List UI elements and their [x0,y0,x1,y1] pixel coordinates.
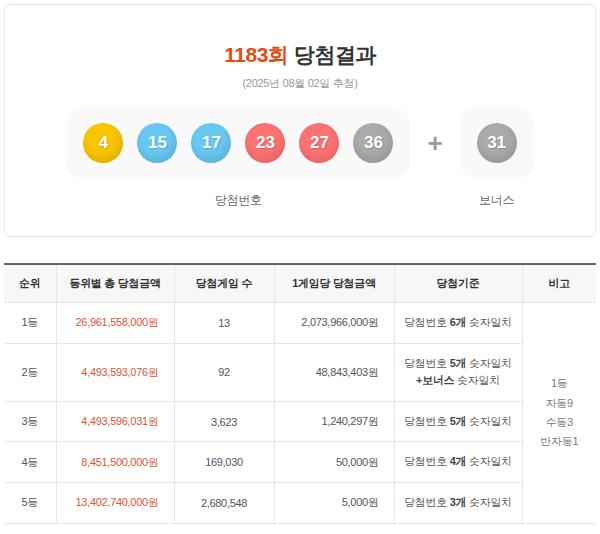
winner-count-cell: 169,030 [174,442,274,483]
draw-date: (2025년 08월 02일 추첨) [5,76,595,91]
prize-per-game-cell: 48,843,403원 [274,343,394,401]
table-header-row: 순위 등위별 총 당첨금액 당첨게임 수 1게임당 당첨금액 당첨기준 비고 [4,264,596,303]
col-header-criteria: 당첨기준 [394,264,522,303]
table-row-4등: 4등8,451,500,000원169,03050,000원당첨번호 4개 숫자… [4,442,596,483]
bonus-label: 보너스 [479,192,514,209]
table-row-1등: 1등26,961,558,000원132,073,966,000원당첨번호 6개… [4,303,596,344]
rank-cell: 2등 [4,343,56,401]
results-table-body: 1등26,961,558,000원132,073,966,000원당첨번호 6개… [4,303,596,524]
rank-cell: 1등 [4,303,56,344]
winner-count-cell: 2,680,548 [174,482,274,523]
lotto-ball-31: 31 [477,123,517,163]
bonus-ball-group: 31 보너스 [460,107,534,209]
title-suffix: 당첨결과 [288,43,375,66]
col-header-total-prize: 등위별 총 당첨금액 [56,264,174,303]
remark-cell: 1등자동9수동3반자동1 [522,303,596,524]
lotto-ball-23: 23 [245,123,285,163]
results-table: 순위 등위별 총 당첨금액 당첨게임 수 1게임당 당첨금액 당첨기준 비고 1… [4,263,596,524]
winner-count-cell: 92 [174,343,274,401]
criteria-cell: 당첨번호 4개 숫자일치 [394,442,522,483]
winning-balls-group: 41517232736 당첨번호 [66,107,410,209]
table-row-3등: 3등4,493,596,031원3,6231,240,297원당첨번호 5개 숫… [4,401,596,442]
col-header-rank: 순위 [4,264,56,303]
table-row-5등: 5등13,402,740,000원2,680,5485,000원당첨번호 3개 … [4,482,596,523]
criteria-cell: 당첨번호 5개 숫자일치 [394,401,522,442]
prize-per-game-cell: 5,000원 [274,482,394,523]
col-header-prize-per-game: 1게임당 당첨금액 [274,264,394,303]
total-prize-cell: 13,402,740,000원 [56,482,174,523]
rank-cell: 5등 [4,482,56,523]
lotto-ball-15: 15 [137,123,177,163]
plus-icon: + [427,107,442,179]
prize-per-game-cell: 2,073,966,000원 [274,303,394,344]
page-title: 1183회 당첨결과 [5,41,595,69]
total-prize-cell: 4,493,596,031원 [56,401,174,442]
col-header-winner-count: 당첨게임 수 [174,264,274,303]
criteria-cell: 당첨번호 3개 숫자일치 [394,482,522,523]
lotto-ball-4: 4 [83,123,123,163]
lotto-ball-17: 17 [191,123,231,163]
table-row-2등: 2등4,493,593,076원9248,843,403원당첨번호 5개 숫자일… [4,343,596,401]
bonus-ball-box: 31 [460,107,534,179]
result-card: 1183회 당첨결과 (2025년 08월 02일 추첨) 4151723273… [4,4,596,237]
total-prize-cell: 8,451,500,000원 [56,442,174,483]
winner-count-cell: 3,623 [174,401,274,442]
winner-count-cell: 13 [174,303,274,344]
winning-balls-box: 41517232736 [66,107,410,179]
round-number: 1183회 [224,43,288,66]
lotto-ball-27: 27 [299,123,339,163]
criteria-cell: 당첨번호 5개 숫자일치+보너스 숫자일치 [394,343,522,401]
prize-per-game-cell: 50,000원 [274,442,394,483]
col-header-remark: 비고 [522,264,596,303]
lotto-ball-36: 36 [353,123,393,163]
rank-cell: 3등 [4,401,56,442]
total-prize-cell: 4,493,593,076원 [56,343,174,401]
prize-per-game-cell: 1,240,297원 [274,401,394,442]
criteria-cell: 당첨번호 6개 숫자일치 [394,303,522,344]
total-prize-cell: 26,961,558,000원 [56,303,174,344]
winning-numbers-label: 당첨번호 [215,192,262,209]
balls-row: 41517232736 당첨번호 + 31 보너스 [5,107,595,209]
rank-cell: 4등 [4,442,56,483]
